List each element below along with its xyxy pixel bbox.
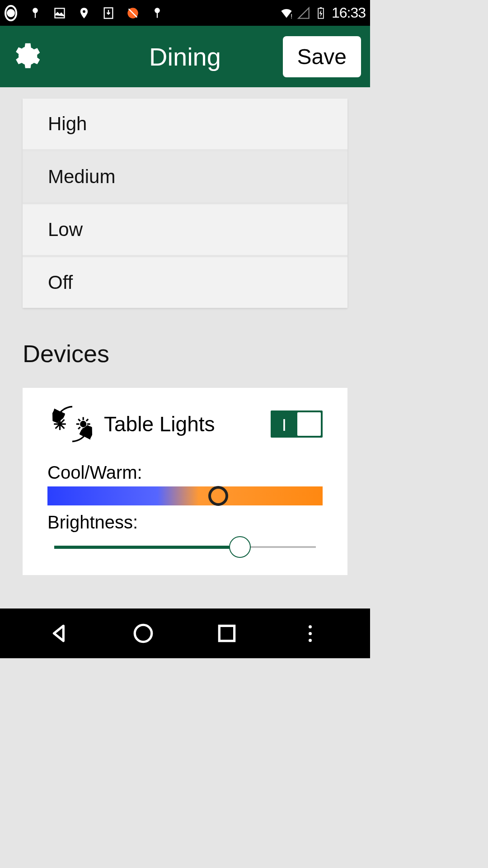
svg-point-3	[83, 10, 85, 13]
location-disabled-icon	[127, 7, 139, 19]
navigation-bar	[0, 609, 370, 658]
cool-warm-slider[interactable]	[47, 486, 323, 505]
cool-warm-group: Cool/Warm:	[47, 462, 323, 505]
gear-icon[interactable]	[9, 41, 41, 72]
android-debug-icon-2	[151, 7, 164, 19]
brightness-label: Brightness:	[47, 512, 323, 533]
svg-rect-7	[157, 12, 158, 18]
device-card: Table Lights | Cool/Warm: Brightness:	[23, 388, 347, 575]
svg-line-21	[86, 427, 88, 429]
location-icon	[78, 7, 90, 19]
brightness-thumb[interactable]	[229, 536, 251, 558]
back-button[interactable]	[48, 622, 71, 645]
svg-line-22	[78, 427, 80, 429]
main-content: High Medium Low Off Devices	[0, 87, 370, 586]
image-icon	[53, 7, 66, 19]
recent-apps-button[interactable]	[216, 622, 238, 645]
preset-medium[interactable]: Medium	[23, 151, 347, 204]
brightness-group: Brightness:	[47, 512, 323, 558]
status-bar: ! 16:33	[0, 0, 370, 26]
svg-rect-10	[320, 7, 322, 8]
status-indicators-right: ! 16:33	[280, 5, 366, 21]
preset-high[interactable]: High	[23, 99, 347, 151]
status-time: 16:33	[332, 5, 366, 21]
status-indicators-left	[5, 7, 164, 19]
device-name: Table Lights	[104, 412, 264, 436]
preset-off[interactable]: Off	[23, 257, 347, 308]
download-icon	[102, 7, 115, 19]
svg-point-24	[135, 625, 152, 642]
svg-line-23	[86, 419, 88, 421]
preset-low[interactable]: Low	[23, 204, 347, 257]
svg-line-20	[78, 419, 80, 421]
spiral-icon	[5, 7, 17, 19]
menu-button[interactable]	[299, 622, 322, 645]
home-button[interactable]	[132, 622, 155, 645]
svg-text:!: !	[291, 12, 292, 19]
preset-list: High Medium Low Off	[23, 99, 347, 308]
devices-heading: Devices	[23, 340, 347, 368]
svg-point-0	[33, 8, 38, 13]
cool-warm-label: Cool/Warm:	[47, 462, 323, 483]
save-button[interactable]: Save	[283, 36, 361, 77]
android-debug-icon	[29, 7, 42, 19]
svg-point-15	[81, 422, 86, 427]
brightness-slider[interactable]	[47, 536, 323, 558]
device-toggle[interactable]: |	[271, 410, 323, 438]
svg-rect-25	[219, 626, 234, 641]
color-cycle-icon	[47, 399, 97, 449]
cool-warm-thumb[interactable]	[208, 486, 228, 506]
battery-charging-icon	[314, 7, 327, 19]
svg-point-6	[155, 8, 160, 13]
device-header: Table Lights |	[47, 399, 323, 449]
wifi-icon: !	[280, 7, 293, 19]
page-title: Dining	[149, 42, 221, 71]
svg-rect-1	[35, 12, 36, 18]
signal-icon	[297, 7, 310, 19]
app-bar: Dining Save	[0, 26, 370, 87]
